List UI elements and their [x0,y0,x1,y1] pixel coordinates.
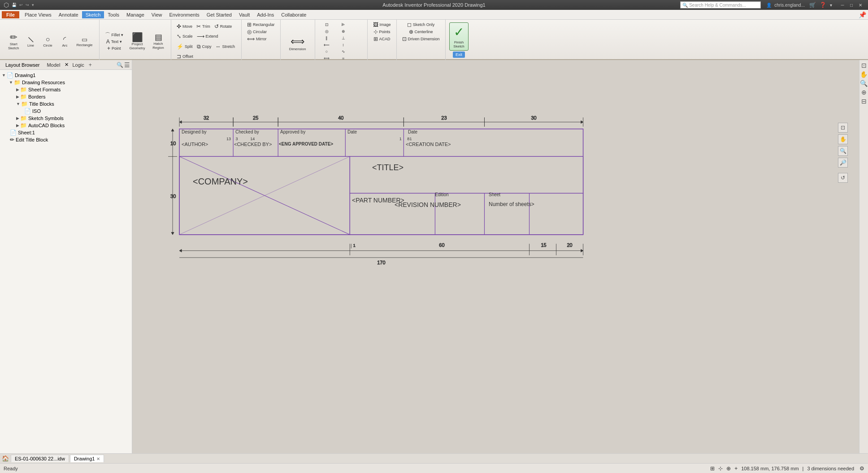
move-button[interactable]: ✜ Move [175,23,194,30]
offset-button[interactable]: ⊐ Offset [175,53,195,60]
status-settings-icon[interactable]: ⚙ [859,465,864,472]
doc-tab-close-icon[interactable]: ✕ [96,456,100,461]
menu-manage[interactable]: Manage [123,11,148,18]
image-button[interactable]: 🖼 Image [371,22,393,28]
home-icon[interactable]: 🏠 [2,455,9,462]
concentric-button[interactable]: ◎ [319,28,335,34]
project-geometry-button[interactable]: ⬛ ProjectGeometry [126,31,148,52]
pan-button[interactable]: ✋ [838,134,848,144]
menu-get-started[interactable]: Get Started [203,11,235,18]
tangent-button[interactable]: ○ [319,48,335,55]
panel-menu-icon[interactable]: ☰ [124,61,130,69]
menu-vault[interactable]: Vault [235,11,253,18]
tree-title-blocks[interactable]: ▼ 📁 Title Blocks [0,100,132,108]
doc-tab-idw[interactable]: ES-01-000630 22...idw [11,455,69,462]
menu-view[interactable]: View [148,11,166,18]
rectangular-button[interactable]: ⊞ Rectangular [245,22,277,28]
dimension-button[interactable]: ⟺ Dimension [284,35,311,53]
sketch-only-button[interactable]: ◻ Sketch Only [405,22,437,28]
model-tab[interactable]: Model [43,61,64,69]
rotate-button[interactable]: ↺ Rotate [213,23,234,30]
logic-tab[interactable]: Logic [69,61,87,69]
trim-button[interactable]: ✂ Trim [195,23,212,30]
orbit-button[interactable]: ↺ [838,173,848,183]
tree-sheet1[interactable]: 📄 Sheet:1 [0,129,132,136]
line-button[interactable]: | Line [22,34,39,49]
tree-sketch-symbols[interactable]: ▶ 📁 Sketch Symbols [0,115,132,122]
canvas-area[interactable]: 32 25 40 23 30 [132,60,859,453]
tree-iso[interactable]: 📄 ISO [0,108,132,115]
right-panel-icon-4[interactable]: ⊕ [861,89,867,96]
point-button[interactable]: + Point [103,45,126,52]
vertical-button[interactable]: ↕ [335,42,352,48]
circle-button[interactable]: ○ Circle [39,34,56,49]
username[interactable]: chris.england... [774,3,805,8]
file-menu[interactable]: File [2,11,19,18]
maximize-button[interactable]: □ [847,1,855,9]
perp-button[interactable]: ⊥ [335,35,352,41]
points-button[interactable]: ⊹ Points [372,29,392,35]
panel-search-icon[interactable]: 🔍 [117,62,123,68]
arc-button[interactable]: ◜ Arc [56,34,73,49]
start-sketch-button[interactable]: ✏ StartSketch [5,31,22,52]
acad-button[interactable]: ⊞ ACAD [372,36,392,42]
undo-icon[interactable]: ↩ [19,3,23,7]
title-search-box[interactable]: 🔍 Search Help & Commands... [680,1,761,9]
collinear-button[interactable]: ⫸ [335,22,352,28]
right-panel-icon-5[interactable]: ⊟ [861,98,867,105]
ribbon-pin-icon[interactable]: 📌 [859,11,866,18]
fixed-button[interactable]: ⊕ [335,28,352,34]
centerline-button[interactable]: ⊕ Centerline [407,29,435,35]
menu-place-views[interactable]: Place Views [21,11,55,18]
right-panel-icon-2[interactable]: ✋ [860,71,868,78]
zoom-fit-button[interactable]: ⊡ [838,123,848,133]
driven-dimension-button[interactable]: ⊡ Driven Dimension [400,36,442,42]
doc-tab-drawing1[interactable]: Drawing1 ✕ [70,455,104,462]
menu-add-ins[interactable]: Add-Ins [253,11,278,18]
help-dropdown[interactable]: ▾ [830,3,832,8]
stretch-button[interactable]: ↔ Stretch [214,43,237,50]
menu-sketch[interactable]: Sketch [82,11,104,18]
menu-annotate[interactable]: Annotate [55,11,82,18]
zoom-in-button[interactable]: 🔍 [838,146,848,156]
tree-drawing-resources[interactable]: ▼ 📁 Drawing Resources [0,79,132,86]
fillet-button[interactable]: ⌒ Fillet ▾ [103,32,126,38]
menu-environments[interactable]: Environments [165,11,203,18]
redo-icon[interactable]: ↪ [26,3,29,7]
menu-collaborate[interactable]: Collaborate [278,11,310,18]
split-button[interactable]: ⚡ Split [175,43,195,50]
menu-tools[interactable]: Tools [104,11,123,18]
smooth-button[interactable]: ∿ [335,48,352,55]
exit-button[interactable]: Exit [453,52,465,58]
copy-button[interactable]: ⧉ Copy [195,43,213,50]
right-panel-icon-3[interactable]: 🔍 [860,80,868,87]
horizontal-button[interactable]: ⟵ [319,42,335,48]
parallel-button[interactable]: ∥ [319,35,335,41]
quick-save-icon[interactable]: 💾 [12,3,17,7]
cart-icon[interactable]: 🛒 [809,2,816,8]
text-button[interactable]: A Text ▾ [103,39,126,45]
mirror-button[interactable]: ⟺ Mirror [245,36,269,42]
zoom-out-button[interactable]: 🔎 [838,158,848,168]
finish-sketch-button[interactable]: ✓ FinishSketch [449,22,468,51]
quick-access-more[interactable]: ▾ [32,3,34,7]
add-tab-icon[interactable]: + [89,62,92,68]
tree-autocad-blocks[interactable]: ▶ 📁 AutoCAD Blocks [0,122,132,129]
rectangle-button[interactable]: ▭ Rectangle [74,34,95,49]
hatch-region-button[interactable]: ▤ HatchRegion [149,31,167,52]
tree-drawing1[interactable]: ▼ 📄 Drawing1 [0,72,132,79]
scale-button[interactable]: ⤡ Scale [175,33,195,39]
tree-edit-title-block[interactable]: ✏ Edit Title Block [0,136,132,143]
tree-borders[interactable]: ▶ 📁 Borders [0,93,132,100]
close-panel-tab[interactable]: ✕ [65,62,69,68]
minimize-button[interactable]: ─ [838,1,846,9]
extend-button[interactable]: ⟶ Extend [195,33,220,39]
iso-label: ISO [32,108,41,114]
layout-browser-tab[interactable]: Layout Browser [2,61,43,69]
coincident-button[interactable]: ⊡ [319,22,335,28]
tree-sheet-formats[interactable]: ▶ 📁 Sheet Formats [0,86,132,93]
close-button[interactable]: ✕ [856,1,864,9]
circular-button[interactable]: ◎ Circular [245,29,269,35]
right-panel-icon-1[interactable]: ⊡ [861,62,867,69]
help-icon[interactable]: ❓ [820,2,826,8]
